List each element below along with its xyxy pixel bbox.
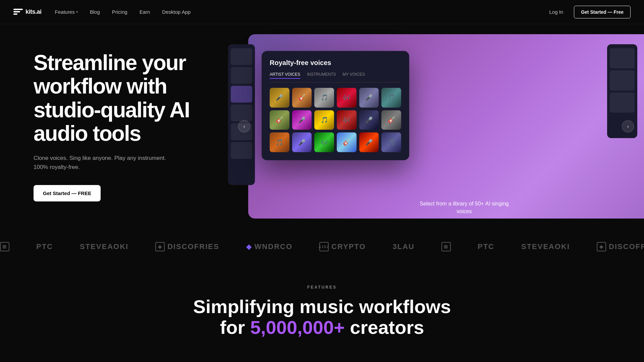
voice-card[interactable]: 🎵 bbox=[314, 88, 334, 108]
login-button[interactable]: Log In bbox=[544, 6, 569, 17]
side-item bbox=[231, 48, 252, 65]
nav-pricing[interactable]: Pricing bbox=[112, 9, 127, 15]
voice-card[interactable]: 🎸 bbox=[292, 88, 312, 108]
tab-artist-voices[interactable]: ARTIST VOICES bbox=[270, 72, 300, 79]
side-item bbox=[231, 67, 252, 84]
chevron-down-icon: ▾ bbox=[76, 10, 78, 14]
nav-actions: Log In Get Started — Free bbox=[544, 6, 631, 18]
brands-strip: ⊞ PTC STEVEAOKI ◈ DISCOFRIES ◆ WndrCo a1… bbox=[0, 229, 644, 265]
side-item bbox=[231, 142, 252, 159]
voice-card[interactable]: 🎵 bbox=[270, 132, 289, 152]
voice-card[interactable]: 🎤 bbox=[359, 88, 379, 108]
features-title: Simplifying music workflows for 5,000,00… bbox=[13, 296, 631, 338]
features-label: FEATURES bbox=[13, 285, 631, 290]
brand-logo-steveaoki-1: STEVEAOKI bbox=[80, 242, 128, 251]
tab-my-voices[interactable]: MY VOICES bbox=[343, 72, 365, 79]
get-started-nav-button[interactable]: Get Started — Free bbox=[574, 6, 631, 18]
hero-subtitle: Clone voices. Sing like anyone. Play any… bbox=[34, 154, 168, 172]
navigation: kits.ai Features ▾ Blog Pricing Earn Des… bbox=[0, 0, 644, 24]
brand-logo-steveaoki-2: STEVEAOKI bbox=[521, 242, 570, 251]
voice-card[interactable]: 🎸 bbox=[270, 110, 289, 130]
tab-instruments[interactable]: INSTRUMENTS bbox=[307, 72, 336, 79]
voice-card[interactable]: 🎵 bbox=[381, 132, 401, 152]
brand-logo-discofries-1: ◈ DISCOFRIES bbox=[155, 242, 219, 251]
brand-icon: ⊞ bbox=[441, 242, 451, 251]
voice-card[interactable]: 🎵 bbox=[314, 110, 334, 130]
nav-blog[interactable]: Blog bbox=[90, 9, 100, 15]
brand-logo-wndrco: ◆ WndrCo bbox=[246, 242, 292, 251]
hero-cta-button[interactable]: Get Started — FREE bbox=[34, 185, 101, 201]
voice-card[interactable]: 🎵 bbox=[381, 88, 401, 108]
brand-icon: ◈ bbox=[155, 242, 165, 251]
voice-card[interactable]: 🎸 bbox=[337, 132, 357, 152]
brand-icon: ⊞ bbox=[0, 242, 9, 251]
brand-logo-ptc-3: PTC bbox=[478, 242, 494, 251]
brand-logo-ptc-1: ⊞ bbox=[0, 242, 9, 251]
brands-track: ⊞ PTC STEVEAOKI ◈ DISCOFRIES ◆ WndrCo a1… bbox=[0, 242, 644, 251]
side-item bbox=[231, 105, 252, 121]
voice-card[interactable]: 🎸 bbox=[381, 110, 401, 130]
app-preview-card: Royalty-free voices ARTIST VOICES INSTRU… bbox=[262, 51, 409, 160]
voice-card[interactable]: 🎶 bbox=[337, 110, 357, 130]
side-panel-item bbox=[610, 48, 635, 68]
voice-card[interactable]: 🎤 bbox=[270, 88, 289, 108]
features-section: FEATURES Simplifying music workflows for… bbox=[0, 265, 644, 351]
app-preview-title: Royalty-free voices bbox=[270, 59, 401, 67]
voice-grid: 🎤 🎸 🎵 🎶 🎤 🎵 🎸 🎤 🎵 🎶 🎤 🎸 🎵 🎤 🎶 🎸 🎤 🎵 bbox=[270, 88, 401, 152]
voice-card[interactable]: 🎤 bbox=[359, 110, 379, 130]
nav-links: Features ▾ Blog Pricing Earn Desktop App bbox=[55, 9, 544, 15]
brand-icon: a16z bbox=[319, 242, 329, 251]
logo[interactable]: kits.ai bbox=[13, 8, 42, 15]
hero-right: ‹ Royalty-free voices ARTIST VOICES INST… bbox=[228, 24, 644, 229]
nav-desktop[interactable]: Desktop App bbox=[162, 9, 191, 15]
hero-section: Streamline your workflow with studio-qua… bbox=[0, 24, 644, 229]
logo-text: kits.ai bbox=[25, 8, 42, 15]
nav-features[interactable]: Features ▾ bbox=[55, 9, 78, 15]
brand-icon: ◈ bbox=[597, 242, 606, 251]
hero-title: Streamline your workflow with studio-qua… bbox=[34, 51, 208, 145]
voice-card[interactable]: 🎶 bbox=[337, 88, 357, 108]
side-panel-item bbox=[610, 93, 635, 113]
side-item bbox=[231, 86, 252, 103]
side-panel-item bbox=[610, 70, 635, 90]
brand-logo-a16z: a16z crypto bbox=[319, 242, 366, 251]
carousel-next-button[interactable]: › bbox=[622, 120, 634, 132]
logo-icon bbox=[13, 9, 23, 15]
carousel-prev-button[interactable]: ‹ bbox=[238, 120, 250, 132]
nav-earn[interactable]: Earn bbox=[140, 9, 150, 15]
brand-logo-ptc-2: PTC bbox=[36, 242, 53, 251]
brand-logo-3lau: 3LAU bbox=[393, 242, 415, 251]
brand-logo-grid: ⊞ bbox=[441, 242, 451, 251]
voice-card[interactable]: 🎶 bbox=[314, 132, 334, 152]
side-panel-left bbox=[228, 44, 255, 185]
voice-card[interactable]: 🎤 bbox=[292, 132, 312, 152]
app-preview-tabs: ARTIST VOICES INSTRUMENTS MY VOICES bbox=[270, 72, 401, 82]
app-preview-caption: Select from a library of 50+ AI singing … bbox=[417, 200, 511, 215]
brand-logo-discofries-2: ◈ DISCOFRIES bbox=[597, 242, 644, 251]
voice-card[interactable]: 🎤 bbox=[359, 132, 379, 152]
voice-card[interactable]: 🎤 bbox=[292, 110, 312, 130]
hero-left: Streamline your workflow with studio-qua… bbox=[0, 24, 228, 229]
